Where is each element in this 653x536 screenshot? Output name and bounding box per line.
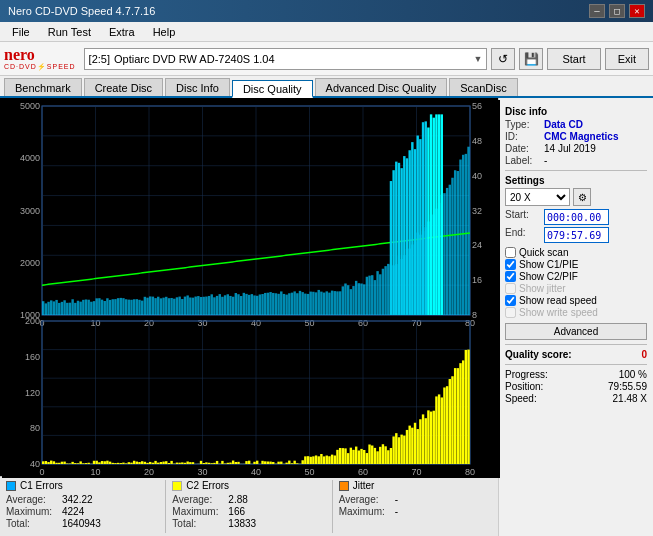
show-jitter-row: Show jitter [505, 283, 647, 294]
start-time-input[interactable] [544, 209, 609, 225]
tab-disc-quality[interactable]: Disc Quality [232, 80, 313, 98]
quick-scan-row: Quick scan [505, 247, 647, 258]
c1-label: C1 Errors [20, 480, 63, 491]
c1-average-row: Average: 342.22 [6, 494, 159, 505]
menu-extra[interactable]: Extra [101, 24, 143, 40]
show-write-speed-row: Show write speed [505, 307, 647, 318]
save-button[interactable]: 💾 [519, 48, 543, 70]
advanced-button[interactable]: Advanced [505, 323, 647, 340]
c1-avg-label: Average: [6, 494, 58, 505]
toolbar: nero CD·DVD⚡SPEED [2:5] Optiarc DVD RW A… [0, 42, 653, 76]
minimize-button[interactable]: – [589, 4, 605, 18]
c2-total-value: 13833 [228, 518, 256, 529]
checkboxes-section: Quick scan Show C1/PIE Show C2/PIF Show … [505, 247, 647, 318]
app-title: Nero CD-DVD Speed 4.7.7.16 [8, 5, 155, 17]
c2-stats: C2 Errors Average: 2.88 Maximum: 166 Tot… [172, 480, 325, 533]
progress-row: Progress: 100 % [505, 369, 647, 380]
c2-avg-value: 2.88 [228, 494, 247, 505]
menu-file[interactable]: File [4, 24, 38, 40]
c1-max-row: Maximum: 4224 [6, 506, 159, 517]
progress-label: Progress: [505, 369, 548, 380]
c1-total-label: Total: [6, 518, 58, 529]
speed-select[interactable]: 20 X [505, 188, 570, 206]
stats-bar: C1 Errors Average: 342.22 Maximum: 4224 … [0, 476, 498, 536]
c1-total-value: 1640943 [62, 518, 101, 529]
c1-avg-value: 342.22 [62, 494, 93, 505]
jitter-max-label: Maximum: [339, 506, 391, 517]
start-label: Start: [505, 209, 540, 225]
show-read-speed-row: Show read speed [505, 295, 647, 306]
progress-value: 100 % [619, 369, 647, 380]
end-row: End: [505, 227, 647, 243]
info-panel: Disc info Type: Data CD ID: CMC Magnetic… [498, 98, 653, 536]
menu-help[interactable]: Help [145, 24, 184, 40]
drive-label: [2:5] [89, 53, 110, 65]
c1-color-box [6, 481, 16, 491]
title-bar: Nero CD-DVD Speed 4.7.7.16 – □ ✕ [0, 0, 653, 22]
tab-bar: Benchmark Create Disc Disc Info Disc Qua… [0, 76, 653, 98]
settings-title: Settings [505, 175, 647, 186]
jitter-header: Jitter [339, 480, 492, 491]
speed-row-progress: Speed: 21.48 X [505, 393, 647, 404]
disc-info-title: Disc info [505, 106, 647, 117]
quality-score-label: Quality score: [505, 349, 572, 360]
type-value: Data CD [544, 119, 583, 130]
drive-selector[interactable]: [2:5] Optiarc DVD RW AD-7240S 1.04 ▼ [84, 48, 488, 70]
tab-benchmark[interactable]: Benchmark [4, 78, 82, 96]
divider-quality-progress [505, 364, 647, 365]
show-c1-row: Show C1/PIE [505, 259, 647, 270]
start-button[interactable]: Start [547, 48, 600, 70]
label-row: Label: - [505, 155, 647, 166]
chart-panel: C1 Errors Average: 342.22 Maximum: 4224 … [0, 98, 498, 536]
speed-row: 20 X ⚙ [505, 188, 647, 206]
c2-color-box [172, 481, 182, 491]
label-label: Label: [505, 155, 540, 166]
exit-button[interactable]: Exit [605, 48, 649, 70]
quick-scan-checkbox[interactable] [505, 247, 516, 258]
jitter-avg-label: Average: [339, 494, 391, 505]
nero-logo-text: nero [4, 47, 35, 63]
show-c1-checkbox[interactable] [505, 259, 516, 270]
chart-canvas [2, 100, 500, 478]
c1-max-value: 4224 [62, 506, 84, 517]
c2-max-row: Maximum: 166 [172, 506, 325, 517]
maximize-button[interactable]: □ [609, 4, 625, 18]
position-row: Position: 79:55.59 [505, 381, 647, 392]
quality-score-value: 0 [641, 349, 647, 360]
refresh-button[interactable]: ↺ [491, 48, 515, 70]
jitter-average-row: Average: - [339, 494, 492, 505]
nero-logo-subtitle: CD·DVD⚡SPEED [4, 63, 76, 70]
type-label: Type: [505, 119, 540, 130]
quality-score-row: Quality score: 0 [505, 349, 647, 360]
id-label: ID: [505, 131, 540, 142]
date-value: 14 Jul 2019 [544, 143, 596, 154]
divider-info-settings [505, 170, 647, 171]
jitter-label: Jitter [353, 480, 375, 491]
position-label: Position: [505, 381, 543, 392]
show-read-speed-checkbox[interactable] [505, 295, 516, 306]
show-c2-checkbox[interactable] [505, 271, 516, 282]
tab-scan-disc[interactable]: ScanDisc [449, 78, 517, 96]
main-area: C1 Errors Average: 342.22 Maximum: 4224 … [0, 98, 653, 536]
settings-icon-button[interactable]: ⚙ [573, 188, 591, 206]
end-time-input[interactable] [544, 227, 609, 243]
close-button[interactable]: ✕ [629, 4, 645, 18]
tab-disc-info[interactable]: Disc Info [165, 78, 230, 96]
c1-max-label: Maximum: [6, 506, 58, 517]
c2-average-row: Average: 2.88 [172, 494, 325, 505]
show-write-speed-label: Show write speed [519, 307, 598, 318]
c2-label: C2 Errors [186, 480, 229, 491]
menu-run-test[interactable]: Run Test [40, 24, 99, 40]
speed-label: Speed: [505, 393, 537, 404]
tab-advanced-disc-quality[interactable]: Advanced Disc Quality [315, 78, 448, 96]
c1-stats: C1 Errors Average: 342.22 Maximum: 4224 … [6, 480, 159, 533]
start-row: Start: [505, 209, 647, 225]
divider-2 [332, 480, 333, 533]
quick-scan-label: Quick scan [519, 247, 568, 258]
id-row: ID: CMC Magnetics [505, 131, 647, 142]
tab-create-disc[interactable]: Create Disc [84, 78, 163, 96]
c1-header: C1 Errors [6, 480, 159, 491]
c2-avg-label: Average: [172, 494, 224, 505]
c2-max-value: 166 [228, 506, 245, 517]
nero-logo: nero CD·DVD⚡SPEED [4, 47, 76, 70]
